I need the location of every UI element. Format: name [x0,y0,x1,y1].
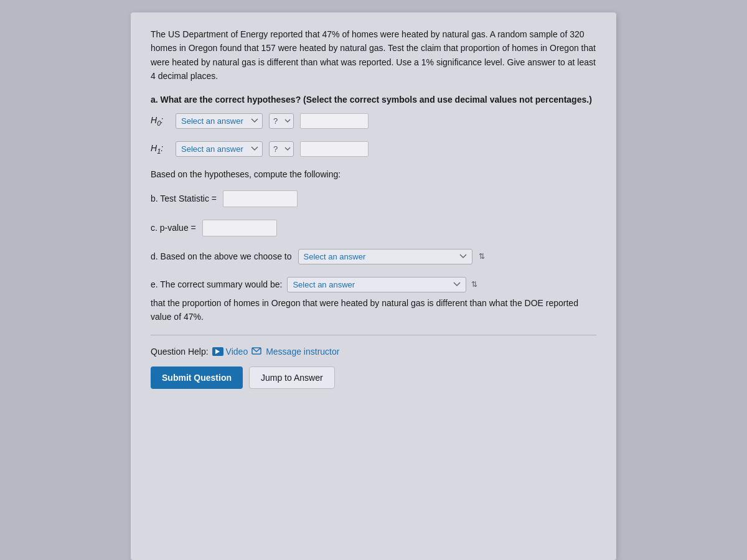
part-e-row: e. The correct summary would be: Select … [151,277,596,292]
page-wrapper: The US Department of Energy reported tha… [0,0,747,560]
h1-row: H1: Select an answer ? = ≠ < > ≤ ≥ [151,141,596,157]
h0-symbol-select[interactable]: ? = ≠ < > ≤ ≥ [269,113,294,129]
video-label: Video [226,347,248,357]
compute-label: Based on the hypotheses, compute the fol… [151,169,596,179]
h1-label: H1: [151,143,169,155]
question-intro: The US Department of Energy reported tha… [151,27,596,83]
test-statistic-input[interactable] [223,190,298,207]
part-d-label: d. Based on the above we choose to [151,251,292,261]
h1-select-answer[interactable]: Select an answer [176,141,263,157]
h1-symbol-select[interactable]: ? = ≠ < > ≤ ≥ [269,141,294,157]
h0-row: H0: Select an answer ? = ≠ < > ≤ ≥ [151,113,596,129]
question-help-row: Question Help: Video Message instructor [151,347,596,357]
part-b-label: b. Test Statistic = [151,194,217,203]
buttons-row: Submit Question Jump to Answer [151,366,596,389]
part-d-select[interactable]: Select an answer Reject the null hypothe… [298,249,472,264]
part-e-label: e. The correct summary would be: [151,279,282,289]
part-a-label: a. What are the correct hypotheses? (Sel… [151,95,596,105]
part-b-row: b. Test Statistic = [151,190,596,207]
content-card: The US Department of Energy reported tha… [131,12,616,560]
part-c-row: c. p-value = [151,220,596,236]
question-help-label: Question Help: [151,347,209,357]
h0-select-answer[interactable]: Select an answer [176,113,263,129]
submit-question-button[interactable]: Submit Question [151,366,243,389]
section-divider [151,335,596,335]
part-c-label: c. p-value = [151,223,196,233]
h1-value-input[interactable] [300,141,369,157]
part-e-select[interactable]: Select an answer There is sufficient evi… [287,277,466,292]
mail-icon [251,347,261,357]
video-icon [212,347,223,356]
message-instructor-link[interactable]: Message instructor [251,347,339,357]
h0-label: H0: [151,115,169,127]
part-d-row: d. Based on the above we choose to Selec… [151,249,596,264]
video-link[interactable]: Video [212,347,248,357]
p-value-input[interactable] [202,220,277,236]
part-e-spinner-icon: ⇅ [471,280,477,289]
h0-value-input[interactable] [300,113,369,129]
part-d-spinner-icon: ⇅ [479,252,485,261]
part-e-suffix: that the proportion of homes in Oregon t… [151,296,596,324]
message-label: Message instructor [266,347,339,357]
jump-to-answer-button[interactable]: Jump to Answer [249,366,335,389]
